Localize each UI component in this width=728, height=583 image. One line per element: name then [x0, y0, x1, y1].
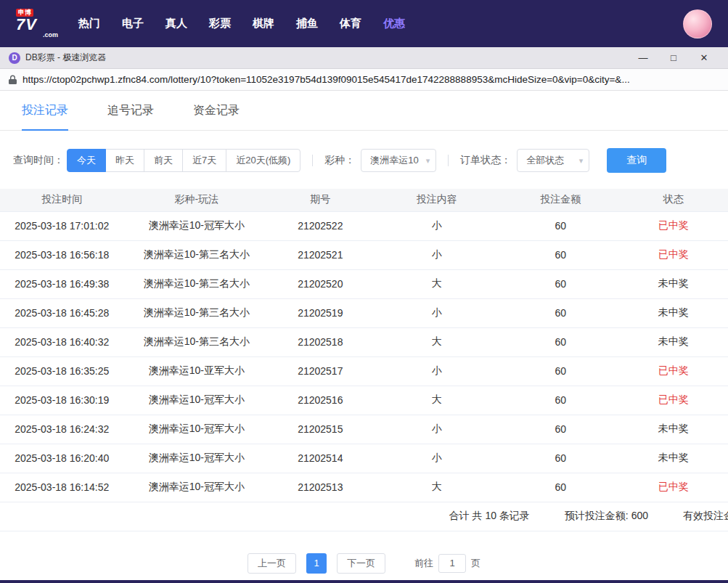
cell-game-play: 澳洲幸运10-亚军大小 [124, 356, 270, 386]
nav-item[interactable]: 棋牌 [253, 17, 274, 30]
cell-bet-time: 2025-03-18 16:14:52 [0, 473, 124, 502]
table-header-row: 投注时间彩种-玩法期号投注内容投注金额状态 [0, 189, 728, 211]
time-filter-button[interactable]: 昨天 [105, 149, 144, 172]
cell-bet-content: 小 [372, 356, 503, 386]
time-filter-group: 今天昨天前天近7天近20天(低频) [67, 149, 300, 172]
tab[interactable]: 追号记录 [107, 91, 154, 130]
cell-bet-amount: 60 [502, 211, 618, 240]
cell-bet-content: 小 [372, 415, 503, 444]
cell-bet-time: 2025-03-18 16:45:28 [0, 298, 124, 327]
lottery-select[interactable]: 澳洲幸运10 ▾ [361, 149, 436, 172]
brand-suffix: .com [16, 31, 58, 38]
cell-game-play: 澳洲幸运10-冠军大小 [124, 386, 270, 415]
cell-game-play: 澳洲幸运10-冠军大小 [124, 211, 270, 240]
maximize-icon[interactable]: □ [658, 48, 689, 68]
cell-status: 未中奖 [619, 269, 728, 298]
nav-item[interactable]: 热门 [78, 17, 100, 30]
tabs: 投注记录追号记录资金记录 [0, 91, 728, 131]
cell-bet-content: 小 [372, 444, 503, 473]
cell-issue-number: 21202518 [269, 327, 371, 356]
prev-page-button[interactable]: 上一页 [248, 553, 296, 574]
cell-status: 未中奖 [619, 444, 728, 473]
goto-page: 前往 页 [414, 554, 480, 573]
cell-bet-time: 2025-03-18 16:24:32 [0, 415, 124, 444]
time-filter-button[interactable]: 前天 [144, 149, 183, 172]
cell-game-play: 澳洲幸运10-冠军大小 [124, 473, 270, 502]
cell-bet-amount: 60 [502, 473, 618, 502]
browser-title-bar: D DB彩票 - 极速浏览器 — □ ✕ [0, 47, 728, 69]
brand-logo[interactable]: 申博 7V .com [16, 9, 58, 39]
cell-bet-time: 2025-03-18 17:01:02 [0, 211, 124, 240]
table-row: 2025-03-18 16:35:25澳洲幸运10-亚军大小21202517小6… [0, 356, 728, 386]
goto-suffix: 页 [471, 557, 480, 570]
nav-item[interactable]: 真人 [165, 17, 187, 30]
cell-bet-amount: 60 [502, 415, 618, 444]
cell-bet-content: 大 [372, 269, 503, 298]
lottery-select-value: 澳洲幸运10 [370, 154, 418, 167]
nav-item[interactable]: 优惠 [383, 17, 405, 30]
cell-issue-number: 21202519 [269, 298, 371, 327]
brand-name: 7V [16, 17, 58, 33]
tab[interactable]: 资金记录 [193, 91, 240, 130]
summary-total: 合计 共 10 条记录 [449, 510, 530, 523]
close-icon[interactable]: ✕ [689, 48, 719, 68]
order-status-select[interactable]: 全部状态 ▾ [517, 149, 589, 172]
cell-issue-number: 21202513 [269, 473, 371, 502]
nav-item[interactable]: 体育 [340, 17, 361, 30]
browser-url-bar[interactable]: https://ctop02pchwp1.zfnc84.com/lottery/… [0, 69, 728, 91]
summary-valid-amount: 有效投注金 [683, 510, 728, 523]
time-filter-button[interactable]: 今天 [67, 149, 106, 172]
table-row: 2025-03-18 16:14:52澳洲幸运10-冠军大小21202513大6… [0, 473, 728, 502]
filter-row: 查询时间： 今天昨天前天近7天近20天(低频) 彩种： 澳洲幸运10 ▾ 订单状… [0, 131, 728, 189]
table-row: 2025-03-18 16:30:19澳洲幸运10-冠军大小21202516大6… [0, 386, 728, 415]
cell-game-play: 澳洲幸运10-第三名大小 [124, 327, 270, 356]
divider [312, 155, 313, 166]
column-header: 期号 [269, 189, 371, 211]
window-bottom-edge [0, 580, 728, 583]
app-icon: D [9, 52, 20, 64]
cell-status: 已中奖 [619, 473, 728, 502]
table-row: 2025-03-18 16:20:40澳洲幸运10-冠军大小21202514小6… [0, 444, 728, 473]
cell-bet-content: 小 [372, 211, 503, 240]
cell-bet-time: 2025-03-18 16:56:18 [0, 240, 124, 269]
column-header: 彩种-玩法 [124, 189, 270, 211]
table-row: 2025-03-18 16:49:38澳洲幸运10-第三名大小21202520大… [0, 269, 728, 298]
cell-issue-number: 21202515 [269, 415, 371, 444]
user-avatar[interactable] [683, 9, 712, 38]
cell-bet-content: 小 [372, 240, 503, 269]
cell-bet-content: 大 [372, 473, 503, 502]
cell-bet-amount: 60 [502, 327, 618, 356]
time-filter-button[interactable]: 近20天(低频) [226, 149, 300, 172]
cell-status: 已中奖 [619, 386, 728, 415]
time-filter-label: 查询时间： [13, 154, 64, 167]
cell-status: 未中奖 [619, 298, 728, 327]
time-filter-button[interactable]: 近7天 [182, 149, 226, 172]
page-number-current[interactable]: 1 [306, 553, 327, 574]
cell-issue-number: 21202522 [269, 211, 371, 240]
nav-item[interactable]: 电子 [122, 17, 144, 30]
minimize-icon[interactable]: — [628, 48, 658, 68]
goto-page-input[interactable] [438, 554, 466, 573]
nav-item[interactable]: 捕鱼 [296, 17, 318, 30]
summary-bar: 合计 共 10 条记录 预计投注金额: 600 有效投注金 [0, 502, 728, 531]
lock-icon [9, 75, 17, 85]
window-title: DB彩票 - 极速浏览器 [25, 52, 106, 64]
table-row: 2025-03-18 17:01:02澳洲幸运10-冠军大小21202522小6… [0, 211, 728, 240]
goto-label: 前往 [414, 557, 433, 570]
cell-bet-time: 2025-03-18 16:40:32 [0, 327, 124, 356]
main-nav: 申博 7V .com 热门电子真人彩票棋牌捕鱼体育优惠 [0, 0, 728, 47]
table-row: 2025-03-18 16:56:18澳洲幸运10-第三名大小21202521小… [0, 240, 728, 269]
tab[interactable]: 投注记录 [22, 91, 68, 130]
nav-item[interactable]: 彩票 [209, 17, 231, 30]
cell-issue-number: 21202521 [269, 240, 371, 269]
cell-bet-content: 小 [372, 298, 503, 327]
cell-game-play: 澳洲幸运10-冠军大小 [124, 444, 270, 473]
search-button[interactable]: 查询 [607, 148, 666, 173]
column-header: 投注内容 [372, 189, 503, 211]
nav-items: 热门电子真人彩票棋牌捕鱼体育优惠 [78, 17, 405, 30]
cell-issue-number: 21202514 [269, 444, 371, 473]
cell-bet-amount: 60 [502, 298, 618, 327]
cell-bet-time: 2025-03-18 16:35:25 [0, 356, 124, 386]
next-page-button[interactable]: 下一页 [337, 553, 385, 574]
column-header: 投注时间 [0, 189, 124, 211]
